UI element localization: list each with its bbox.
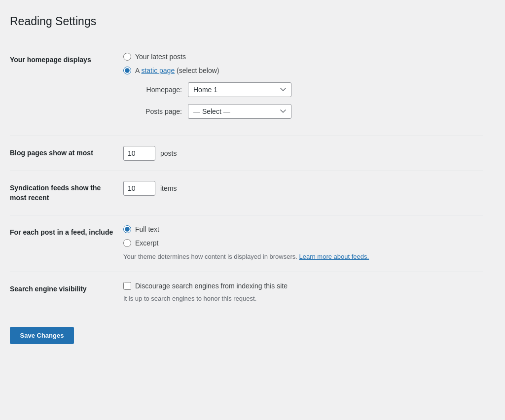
homepage-select-row: Homepage: Home 1 Home 2 bbox=[135, 82, 478, 97]
feed-include-label: For each post in a feed, include bbox=[10, 215, 118, 272]
static-page-sub-table: Homepage: Home 1 Home 2 Posts page: — Se… bbox=[135, 82, 478, 119]
homepage-displays-label: Your homepage displays bbox=[10, 43, 118, 136]
page-title: Reading Settings bbox=[10, 10, 490, 28]
syndication-feeds-units: items bbox=[160, 184, 177, 192]
search-engine-checkbox[interactable] bbox=[123, 282, 131, 290]
search-engine-checkbox-label[interactable]: Discourage search engines from indexing … bbox=[135, 282, 288, 290]
blog-pages-input-row: posts bbox=[123, 146, 478, 161]
full-text-option: Full text bbox=[123, 225, 478, 233]
posts-page-select-row: Posts page: — Select — Blog bbox=[135, 104, 478, 119]
form-table: Your homepage displays Your latest posts… bbox=[10, 43, 483, 312]
static-page-label-after: (select below) bbox=[177, 67, 219, 74]
homepage-displays-row: Your homepage displays Your latest posts… bbox=[10, 43, 483, 136]
feed-include-cell: Full text Excerpt Your theme determines … bbox=[118, 215, 483, 272]
full-text-radio[interactable] bbox=[123, 225, 131, 233]
feed-include-row: For each post in a feed, include Full te… bbox=[10, 215, 483, 272]
settings-form: Your homepage displays Your latest posts… bbox=[10, 43, 483, 344]
syndication-feeds-label: Syndication feeds show the most recent bbox=[10, 171, 118, 215]
search-engine-row: Search engine visibility Discourage sear… bbox=[10, 272, 483, 312]
latest-posts-radio[interactable] bbox=[123, 53, 131, 61]
search-engine-label: Search engine visibility bbox=[10, 272, 118, 312]
blog-pages-input[interactable] bbox=[123, 146, 155, 161]
save-changes-button[interactable]: Save Changes bbox=[10, 327, 74, 344]
syndication-feeds-cell: items bbox=[118, 171, 483, 215]
excerpt-label[interactable]: Excerpt bbox=[135, 239, 158, 247]
posts-page-select-label: Posts page: bbox=[135, 107, 182, 115]
latest-posts-label[interactable]: Your latest posts bbox=[135, 53, 186, 61]
syndication-feeds-input-row: items bbox=[123, 181, 478, 196]
feed-description-text: Your theme determines how content is dis… bbox=[123, 253, 297, 260]
blog-pages-units: posts bbox=[160, 149, 177, 157]
learn-more-link[interactable]: Learn more about feeds. bbox=[299, 253, 369, 260]
homepage-display-radio-group: Your latest posts A static page (select … bbox=[123, 53, 478, 74]
blog-pages-row: Blog pages show at most posts bbox=[10, 136, 483, 171]
static-page-label-before: A bbox=[135, 67, 140, 74]
full-text-label[interactable]: Full text bbox=[135, 225, 159, 233]
static-page-label[interactable]: A static page (select below) bbox=[135, 67, 219, 74]
static-page-link[interactable]: static page bbox=[141, 67, 175, 74]
homepage-select[interactable]: Home 1 Home 2 bbox=[188, 82, 291, 97]
homepage-select-label: Homepage: bbox=[135, 86, 182, 94]
homepage-displays-cell: Your latest posts A static page (select … bbox=[118, 43, 483, 136]
posts-page-select[interactable]: — Select — Blog bbox=[188, 104, 291, 119]
feed-include-radio-group: Full text Excerpt bbox=[123, 225, 478, 247]
search-engine-cell: Discourage search engines from indexing … bbox=[118, 272, 483, 312]
search-engine-checkbox-item: Discourage search engines from indexing … bbox=[123, 282, 478, 290]
excerpt-radio[interactable] bbox=[123, 239, 131, 247]
visibility-note: It is up to search engines to honor this… bbox=[123, 295, 478, 302]
feed-description: Your theme determines how content is dis… bbox=[123, 252, 478, 262]
excerpt-option: Excerpt bbox=[123, 239, 478, 247]
blog-pages-cell: posts bbox=[118, 136, 483, 171]
syndication-feeds-row: Syndication feeds show the most recent i… bbox=[10, 171, 483, 215]
blog-pages-label: Blog pages show at most bbox=[10, 136, 118, 171]
syndication-feeds-input[interactable] bbox=[123, 181, 155, 196]
latest-posts-option: Your latest posts bbox=[123, 53, 478, 61]
static-page-option: A static page (select below) bbox=[123, 67, 478, 74]
static-page-radio[interactable] bbox=[123, 67, 131, 74]
